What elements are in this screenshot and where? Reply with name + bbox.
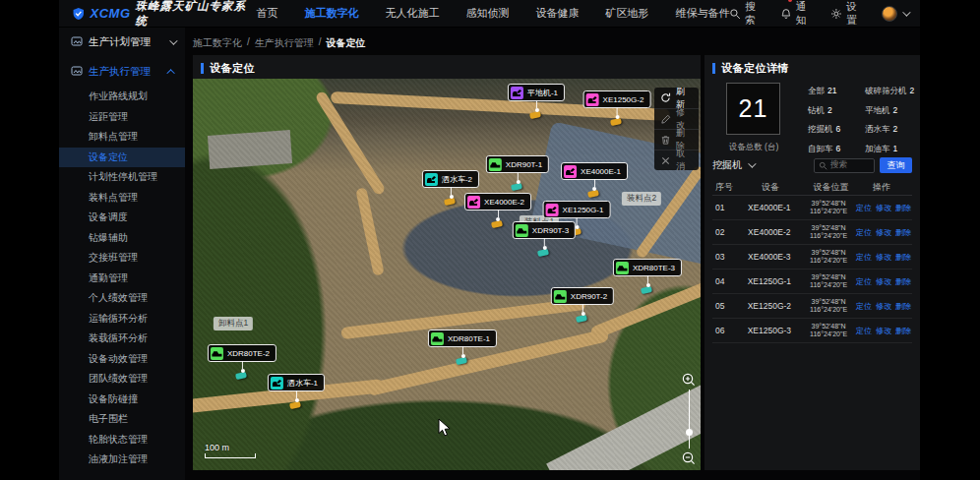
- sidebar-item[interactable]: 设备定位: [59, 148, 185, 168]
- marker-connector: [544, 238, 545, 246]
- zoom-slider-track[interactable]: [689, 390, 690, 449]
- sidebar-item[interactable]: 计划性停机管理: [59, 167, 185, 188]
- sidebar-group[interactable]: 生产计划管理: [59, 28, 185, 57]
- equipment-marker[interactable]: XDR90T-2: [551, 287, 614, 305]
- equipment-marker[interactable]: 洒水车-1: [268, 374, 325, 391]
- sidebar-item[interactable]: 电子围栏: [59, 409, 185, 430]
- equipment-marker[interactable]: XDR90T-1: [486, 155, 549, 173]
- modify-link[interactable]: 修改: [876, 227, 891, 238]
- map-tool-refresh[interactable]: 刷新: [654, 88, 699, 108]
- nav-right-tools: 搜索 通知 设置: [729, 0, 920, 28]
- modify-link[interactable]: 修改: [876, 252, 891, 263]
- equipment-label: 洒水车-2: [442, 174, 472, 185]
- delete-link[interactable]: 删除: [895, 301, 911, 312]
- nav-menu-item[interactable]: 首页: [256, 6, 277, 21]
- equipment-marker[interactable]: XDR80TE-3: [613, 259, 682, 276]
- equipment-marker[interactable]: XDR80TE-2: [208, 344, 276, 362]
- equipment-marker[interactable]: XDR80TE-1: [428, 330, 497, 347]
- sidebar-item[interactable]: 运距管理: [59, 107, 185, 128]
- marker-connector: [577, 217, 578, 225]
- locate-link[interactable]: 定位: [856, 252, 872, 263]
- delete-link[interactable]: 删除: [895, 227, 911, 238]
- top-navbar: XCMG 珠峰露天矿山专家系统 首页施工数字化无人化施工感知侦测设备健康矿区地形…: [59, 0, 920, 28]
- sidebar-item[interactable]: 通勤管理: [59, 269, 185, 289]
- map-tool-cancel[interactable]: 取消: [654, 150, 699, 170]
- modify-link[interactable]: 修改: [876, 301, 891, 312]
- search-button[interactable]: 搜索: [729, 0, 766, 28]
- row-actions: 定位修改删除: [856, 203, 912, 213]
- sidebar-group-label: 生产计划管理: [89, 35, 163, 49]
- delete-link[interactable]: 删除: [895, 203, 911, 213]
- breadcrumb-separator: /: [247, 36, 250, 50]
- sidebar-item[interactable]: 卸料点管理: [59, 127, 185, 148]
- locate-link[interactable]: 定位: [856, 326, 872, 336]
- equipment-marker[interactable]: XE4000E-2: [464, 193, 531, 210]
- settings-label: 设置: [846, 0, 867, 28]
- sidebar-item[interactable]: 运输循环分析: [59, 309, 185, 330]
- query-button[interactable]: 查询: [880, 157, 912, 173]
- sidebar-item[interactable]: 油液加注管理: [59, 450, 185, 470]
- device-name: XE1250G-3: [738, 326, 802, 335]
- delete-link[interactable]: 删除: [895, 252, 911, 263]
- nav-menu-item[interactable]: 矿区地形: [605, 6, 648, 21]
- map-tool-edit[interactable]: 修改: [654, 108, 699, 129]
- locate-link[interactable]: 定位: [856, 301, 872, 312]
- sidebar-item[interactable]: 设备调度: [59, 208, 185, 228]
- map-tool-trash[interactable]: 删除: [654, 129, 699, 150]
- equipment-marker[interactable]: XDR90T-3: [513, 221, 576, 239]
- sidebar-group[interactable]: 生产执行管理: [59, 57, 185, 87]
- table-row: 02XE4000E-239°52'48"N116°24'20"E定位修改删除: [712, 220, 912, 245]
- sidebar-item[interactable]: 装载循环分析: [59, 329, 185, 349]
- chevron-down-icon: [902, 8, 910, 16]
- sidebar-item[interactable]: 交接班管理: [59, 248, 185, 269]
- locate-link[interactable]: 定位: [856, 276, 872, 287]
- satellite-map[interactable]: 卸料点1装料点1装料点2 平地机-1XE1250G-2XDR90T-1洒水车-2…: [193, 79, 701, 470]
- equipment-label: 洒水车-1: [287, 378, 318, 389]
- sidebar-item[interactable]: 钻爆辅助: [59, 228, 185, 249]
- table-row: 04XE1250G-139°52'48"N116°24'20"E定位修改删除: [712, 270, 912, 294]
- sidebar-item[interactable]: 设备动效管理: [59, 349, 185, 370]
- sidebar-item[interactable]: 团队绩效管理: [59, 369, 185, 390]
- device-search-input[interactable]: 搜索: [814, 158, 875, 173]
- nav-menu-item[interactable]: 无人化施工: [385, 6, 439, 21]
- search-icon: [819, 161, 827, 170]
- equipment-marker[interactable]: XE1250G-2: [583, 90, 651, 108]
- equipment-marker[interactable]: XE4000E-1: [561, 162, 628, 180]
- nav-menu-item[interactable]: 维保与备件: [675, 6, 729, 21]
- zoom-out-button[interactable]: [681, 450, 697, 466]
- settings-button[interactable]: 设置: [830, 0, 867, 28]
- row-actions: 定位修改删除: [856, 252, 912, 263]
- sidebar-item[interactable]: 轮胎状态管理: [59, 430, 185, 450]
- zoom-slider-knob[interactable]: [686, 429, 693, 436]
- stat-label: 平地机: [865, 105, 890, 115]
- breadcrumb-item[interactable]: 生产执行管理: [255, 36, 314, 50]
- breadcrumb-item[interactable]: 施工数字化: [193, 36, 242, 50]
- device-type-select[interactable]: 挖掘机: [712, 158, 754, 172]
- zoom-in-button[interactable]: [681, 372, 697, 388]
- delete-link[interactable]: 删除: [895, 276, 911, 287]
- sidebar-item[interactable]: 装料点管理: [59, 188, 185, 209]
- device-stat: 挖掘机6: [808, 124, 865, 136]
- device-stat: 洒水车2: [865, 124, 918, 136]
- stat-label: 破碎筛分机: [865, 86, 907, 95]
- equipment-marker[interactable]: XE1250G-1: [543, 201, 611, 218]
- app-window: XCMG 珠峰露天矿山专家系统 首页施工数字化无人化施工感知侦测设备健康矿区地形…: [59, 0, 920, 480]
- sidebar-item[interactable]: 设备防碰撞: [59, 390, 185, 410]
- modify-link[interactable]: 修改: [876, 326, 891, 336]
- modify-link[interactable]: 修改: [876, 276, 891, 287]
- equipment-marker[interactable]: 平地机-1: [508, 84, 565, 101]
- locate-link[interactable]: 定位: [856, 227, 872, 238]
- locate-link[interactable]: 定位: [856, 203, 872, 213]
- zone-label: 装料点2: [622, 192, 661, 206]
- user-menu[interactable]: [882, 6, 908, 22]
- equipment-marker[interactable]: 洒水车-2: [422, 170, 479, 188]
- sidebar-item[interactable]: 作业路线规划: [59, 87, 185, 107]
- delete-link[interactable]: 删除: [895, 326, 911, 336]
- nav-menu-item[interactable]: 施工数字化: [304, 6, 358, 21]
- notifications-button[interactable]: 通知: [780, 0, 817, 28]
- nav-menu-item[interactable]: 设备健康: [535, 6, 579, 21]
- sidebar-item[interactable]: 个人绩效管理: [59, 288, 185, 309]
- modify-link[interactable]: 修改: [876, 203, 891, 213]
- nav-menu-item[interactable]: 感知侦测: [465, 6, 509, 21]
- equipment-type-icon: [489, 158, 502, 171]
